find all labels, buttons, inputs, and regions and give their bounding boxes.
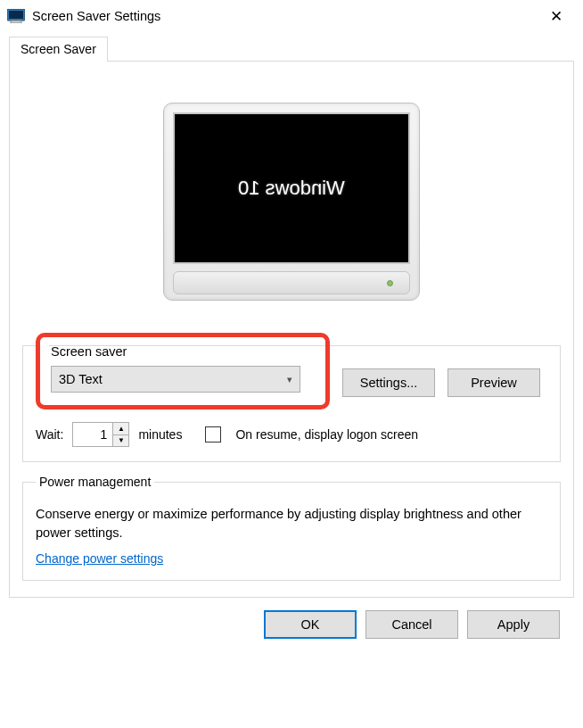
apply-button[interactable]: Apply xyxy=(467,610,560,639)
spin-up-icon[interactable]: ▲ xyxy=(113,423,128,435)
screensaver-group: x Screen saver 3D Text ▾ Settings... Pre… xyxy=(22,338,561,462)
cancel-button[interactable]: Cancel xyxy=(365,610,458,639)
preview-button[interactable]: Preview xyxy=(448,368,540,397)
screensaver-selected: 3D Text xyxy=(59,372,287,386)
change-power-settings-link[interactable]: Change power settings xyxy=(36,551,163,566)
preview-screen: Windows 10 xyxy=(173,112,410,264)
chevron-down-icon: ▾ xyxy=(287,374,292,385)
ok-button[interactable]: OK xyxy=(264,610,357,639)
svg-rect-2 xyxy=(11,21,21,23)
wait-input[interactable] xyxy=(73,423,112,446)
screensaver-dropdown[interactable]: 3D Text ▾ xyxy=(51,366,300,393)
monitor-graphic: Windows 10 xyxy=(163,103,420,301)
svg-rect-1 xyxy=(9,11,23,19)
wait-spinbox[interactable]: ▲ ▼ xyxy=(72,422,129,447)
preview-text: Windows 10 xyxy=(238,177,345,200)
close-button[interactable]: ✕ xyxy=(537,7,576,26)
preview-area: Windows 10 xyxy=(22,74,561,326)
resume-label: On resume, display logon screen xyxy=(235,427,418,442)
title-bar: Screen Saver Settings ✕ xyxy=(0,0,583,32)
resume-checkbox[interactable] xyxy=(205,426,221,443)
tab-screen-saver[interactable]: Screen Saver xyxy=(9,37,108,62)
spin-down-icon[interactable]: ▼ xyxy=(113,435,128,447)
power-group: Power management Conserve energy or maxi… xyxy=(22,475,561,581)
tab-panel: Windows 10 x Screen saver 3D Text ▾ Sett… xyxy=(9,61,574,598)
power-group-label: Power management xyxy=(36,475,154,489)
power-led-icon xyxy=(387,280,393,286)
power-text: Conserve energy or maximize performance … xyxy=(36,505,547,542)
monitor-bezel xyxy=(173,271,410,294)
screensaver-group-label: Screen saver xyxy=(51,344,315,359)
settings-button[interactable]: Settings... xyxy=(342,368,435,397)
dialog-footer: OK Cancel Apply xyxy=(9,598,574,639)
minutes-label: minutes xyxy=(138,427,182,442)
monitor-icon xyxy=(7,9,25,23)
screensaver-highlight: Screen saver 3D Text ▾ xyxy=(36,333,330,410)
window-title: Screen Saver Settings xyxy=(32,9,537,23)
wait-label: Wait: xyxy=(36,427,63,442)
